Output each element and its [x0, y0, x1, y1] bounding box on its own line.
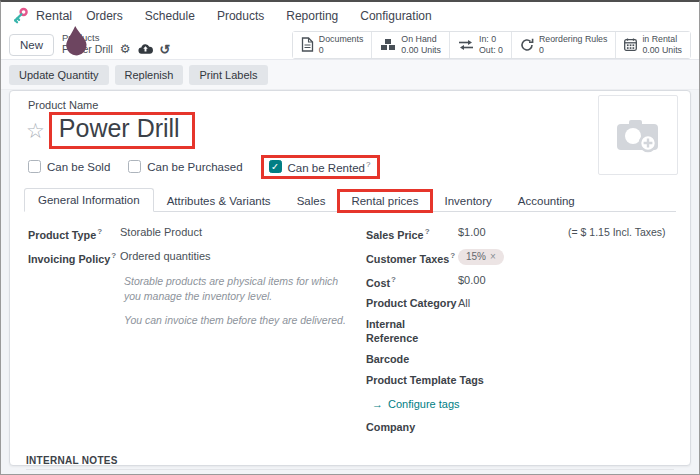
- checkbox-box[interactable]: ✓: [128, 160, 141, 173]
- checkbox-label: Can be Sold: [47, 161, 110, 173]
- field-cost: Cost? $0.00: [366, 273, 672, 290]
- smart-button-reordering-rules[interactable]: Reordering Rules0: [511, 32, 615, 58]
- configure-tags-row: → Configure tags: [372, 394, 672, 412]
- field-label: Sales Price?: [366, 225, 458, 242]
- statusbar: Update Quantity Replenish Print Labels: [1, 60, 699, 90]
- field-label: Product Template Tags: [366, 373, 484, 387]
- menu-configuration[interactable]: Configuration: [360, 9, 431, 23]
- configure-tags-link[interactable]: → Configure tags: [372, 398, 460, 410]
- notes-divider: [26, 469, 674, 470]
- tag-remove-icon[interactable]: ×: [490, 250, 496, 264]
- product-name-input[interactable]: Power Drill: [59, 114, 180, 142]
- field-label: Cost?: [366, 273, 458, 290]
- checkbox-label: Can be Purchased: [147, 161, 242, 173]
- product-form-sheet: Product Name ☆ Power Drill ✓ Can be Sold…: [9, 90, 691, 466]
- arrow-right-icon: →: [372, 398, 383, 410]
- document-icon: [301, 37, 314, 52]
- field-label: Internal Reference: [366, 317, 458, 345]
- field-label: Product Type?: [28, 225, 120, 242]
- tab-accounting[interactable]: Accounting: [505, 190, 588, 212]
- smart-button-on-hand[interactable]: On Hand0.00 Units: [371, 32, 449, 58]
- checkbox-can-be-rented[interactable]: ✓ Can be Rented?: [269, 160, 371, 174]
- menu-schedule[interactable]: Schedule: [145, 9, 195, 23]
- menu-products[interactable]: Products: [217, 9, 264, 23]
- annotation-highlight-product-name: Power Drill: [49, 112, 195, 149]
- new-button[interactable]: New: [9, 34, 54, 56]
- left-column: Product Type? Storable Product Invoicing…: [28, 225, 350, 441]
- capability-checkboxes: ✓ Can be Sold ✓ Can be Purchased ✓ Can b…: [28, 155, 676, 180]
- tab-rental-prices[interactable]: Rental prices: [338, 190, 431, 212]
- app-name[interactable]: Rental: [36, 9, 72, 23]
- product-name-label: Product Name: [28, 99, 676, 111]
- field-company: Company: [366, 420, 672, 434]
- tab-general-information[interactable]: General Information: [24, 188, 154, 212]
- refresh-icon: [520, 38, 534, 52]
- internal-notes-title: INTERNAL NOTES: [26, 455, 674, 466]
- product-image-placeholder[interactable]: [598, 95, 678, 175]
- save-cloud-icon[interactable]: [138, 43, 153, 55]
- transfer-arrows-icon: [458, 39, 474, 51]
- field-label: Barcode: [366, 352, 458, 366]
- customer-tax-tag[interactable]: 15% ×: [458, 249, 504, 265]
- invoice-helper-text: You can invoice them before they are del…: [124, 313, 350, 329]
- control-panel: New Products Power Drill ⚙ ↺: [1, 30, 699, 60]
- field-customer-taxes: Customer Taxes? 15% ×: [366, 249, 672, 266]
- field-sales-price: Sales Price? $1.00 (= $ 1.15 Incl. Taxes…: [366, 225, 672, 242]
- discard-undo-icon[interactable]: ↺: [160, 43, 171, 56]
- tab-sales[interactable]: Sales: [284, 190, 339, 212]
- cubes-icon: [380, 38, 396, 51]
- camera-add-icon: [615, 116, 661, 154]
- top-navbar: Rental Orders Schedule Products Reportin…: [1, 2, 699, 30]
- gear-icon[interactable]: ⚙: [120, 43, 131, 55]
- product-category-select[interactable]: All: [458, 296, 566, 310]
- print-labels-button[interactable]: Print Labels: [189, 65, 267, 85]
- tab-attributes-variants[interactable]: Attributes & Variants: [154, 190, 284, 212]
- checkbox-can-be-purchased[interactable]: ✓ Can be Purchased: [128, 160, 242, 173]
- field-label: Product Category: [366, 296, 458, 310]
- field-label: Company: [366, 420, 458, 434]
- annotation-highlight-can-be-rented: ✓ Can be Rented?: [261, 155, 381, 180]
- replenish-button[interactable]: Replenish: [115, 65, 184, 85]
- field-product-type: Product Type? Storable Product: [28, 225, 350, 242]
- field-barcode: Barcode: [366, 352, 672, 366]
- smart-button-in-rental[interactable]: in Rental0.00 Units: [615, 32, 690, 58]
- storable-product-helper-text: Storable products are physical items for…: [124, 274, 350, 306]
- tab-bar: General Information Attributes & Variant…: [24, 188, 676, 212]
- content-area: Update Quantity Replenish Print Labels P…: [1, 60, 699, 475]
- checkbox-label: Can be Rented?: [288, 160, 371, 174]
- menu-orders[interactable]: Orders: [86, 9, 123, 23]
- checkbox-can-be-sold[interactable]: ✓ Can be Sold: [28, 160, 110, 173]
- right-column: Sales Price? $1.00 (= $ 1.15 Incl. Taxes…: [366, 225, 672, 441]
- invoicing-policy-select[interactable]: Ordered quantities: [120, 249, 228, 263]
- checkbox-box[interactable]: ✓: [28, 160, 41, 173]
- rental-app-window: Rental Orders Schedule Products Reportin…: [0, 0, 700, 475]
- smart-buttons: Documents0 On Hand0.00 Units In: 0Out: 0: [292, 31, 691, 59]
- update-quantity-button[interactable]: Update Quantity: [9, 65, 109, 85]
- field-invoicing-policy: Invoicing Policy? Ordered quantities: [28, 249, 350, 266]
- annotation-pointer: [59, 24, 93, 58]
- rental-app-icon[interactable]: [11, 7, 29, 25]
- tab-inventory[interactable]: Inventory: [432, 190, 505, 212]
- calendar-icon: [624, 38, 637, 51]
- favorite-star-icon[interactable]: ☆: [26, 120, 45, 141]
- general-information-panel: Product Type? Storable Product Invoicing…: [24, 225, 676, 441]
- field-label: Invoicing Policy?: [28, 249, 120, 266]
- menu-reporting[interactable]: Reporting: [286, 9, 338, 23]
- main-menu: Orders Schedule Products Reporting Confi…: [86, 9, 432, 23]
- title-row: ☆ Power Drill: [24, 112, 676, 149]
- field-product-category: Product Category All: [366, 296, 672, 310]
- cost-input[interactable]: $0.00: [458, 273, 566, 287]
- field-label: Customer Taxes?: [366, 249, 458, 266]
- checkbox-box[interactable]: ✓: [269, 160, 282, 173]
- field-internal-reference: Internal Reference: [366, 317, 672, 345]
- sales-price-input[interactable]: $1.00: [458, 225, 566, 239]
- smart-button-documents[interactable]: Documents0: [293, 32, 372, 58]
- tax-included-note: (= $ 1.15 Incl. Taxes): [568, 225, 666, 239]
- product-type-select[interactable]: Storable Product: [120, 225, 228, 239]
- smart-button-in-out[interactable]: In: 0Out: 0: [449, 32, 511, 58]
- field-product-template-tags: Product Template Tags: [366, 373, 672, 387]
- key-icon: [11, 7, 29, 25]
- internal-notes-section: INTERNAL NOTES This note is only for int…: [24, 455, 676, 475]
